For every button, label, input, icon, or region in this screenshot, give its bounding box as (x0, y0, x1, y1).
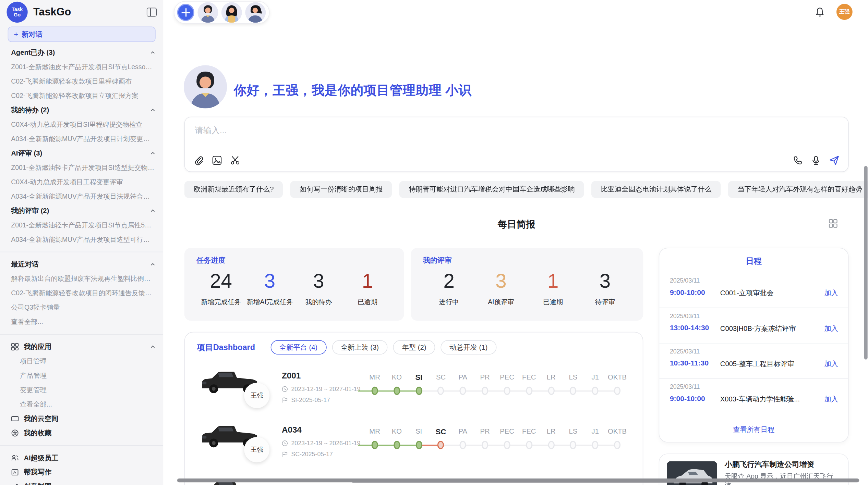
chevron-up-icon[interactable] (150, 344, 156, 349)
microphone-icon[interactable] (811, 156, 821, 165)
agent-avatar-2[interactable] (221, 2, 242, 23)
scissors-icon[interactable] (230, 156, 240, 165)
sidebar-item[interactable]: C02-飞腾新能源轻客改款项目立项汇报方案 (11, 88, 155, 103)
suggestion-chip[interactable]: 当下年轻人对汽车外观有怎样的喜好趋势 (728, 181, 868, 198)
flag-icon (282, 397, 288, 403)
people-icon (11, 454, 19, 462)
schedule-item: 2025/03/11 10:30-11:30 C005-整车工程目标评审 加入 (659, 344, 848, 379)
recent-chat-item[interactable]: 公司Q3轻卡销量 (11, 300, 155, 315)
phone-icon[interactable] (793, 156, 803, 165)
card-title: 任务进度 (196, 256, 392, 265)
suggestion-chip[interactable]: 比亚迪全固态电池计划具体说了什么 (591, 181, 721, 198)
filter-chip-powertrain[interactable]: 动总开发 (1) (441, 340, 496, 355)
attachment-icon[interactable] (194, 156, 204, 165)
chevron-up-icon[interactable] (150, 150, 156, 156)
app-item-project-mgmt[interactable]: 项目管理 (11, 354, 155, 368)
chevron-up-icon[interactable] (150, 208, 156, 213)
dashboard-title: 项目Dashboard (197, 342, 255, 353)
section-recent-chats[interactable]: 最近对话 (11, 257, 155, 272)
chevron-up-icon[interactable] (150, 50, 156, 55)
sidebar-item-creative-draw[interactable]: 创意制图 (11, 480, 155, 485)
schedule-event-title: C005-整车工程目标评审 (720, 360, 794, 369)
sidebar-item[interactable]: A034-全新新能源MUV产品开发项目法规符合性评审 (11, 189, 155, 203)
send-icon[interactable] (829, 156, 839, 165)
view-all-chats-link[interactable]: 查看全部... (11, 315, 155, 329)
section-my-apps[interactable]: 我的应用 (11, 339, 155, 354)
user-avatar[interactable]: 王强 (836, 4, 853, 20)
stat: 1已逾期 (343, 269, 392, 307)
schedule-date: 2025/03/11 (670, 312, 700, 319)
sidebar-item[interactable]: Z001-全新燃油轻卡产品开发项目SI节点属性5D文件评审 (11, 218, 155, 232)
suggestion-chip[interactable]: 特朗普可能对进口汽车增税会对中国车企造成哪些影响 (399, 181, 584, 198)
layout-grid-icon[interactable] (829, 219, 837, 228)
join-link[interactable]: 加入 (824, 289, 838, 298)
schedule-time: 9:00-10:00 (670, 288, 705, 296)
suggestion-chips: 欧洲新规最近颁布了什么? 如何写一份清晰的项目周报 特朗普可能对进口汽车增税会对… (184, 181, 849, 198)
image-icon[interactable] (212, 156, 222, 165)
sidebar-item[interactable]: A034-全新新能源MUV产品开发项目计划变更表编写 (11, 132, 155, 146)
add-agent-button[interactable] (177, 4, 194, 21)
join-link[interactable]: 加入 (824, 395, 838, 404)
app-item-product-mgmt[interactable]: 产品管理 (11, 368, 155, 383)
agent-avatar-3[interactable] (245, 2, 266, 23)
project-row[interactable]: 王强 Z001 2023-12-19 ~ 2027-01-19 SI-2025-… (185, 365, 644, 420)
vertical-scrollbar[interactable] (864, 166, 868, 359)
stat: 24新增完成任务 (196, 269, 245, 307)
sidebar-item[interactable]: A034-全新新能源MUV产品开发项目造型可行性评审 (11, 232, 155, 247)
recent-chat-item[interactable]: 解释最新出台的欧盟报废车法规再生塑料比例被调至15%... (11, 272, 155, 286)
sidebar-item-favorites[interactable]: 我的收藏 (11, 426, 155, 440)
sidebar-item[interactable]: Z001-全新燃油轻卡产品开发项目SI造型提交物评审 (11, 160, 155, 175)
sidebar-item[interactable]: Z001-全新燃油皮卡产品开发项目SI节点Lesson Learn报告 (11, 60, 155, 74)
card-title: 我的评审 (423, 256, 631, 265)
sidebar-item-help-write[interactable]: 帮我写作 (11, 465, 155, 480)
suggestion-chip[interactable]: 欧洲新规最近颁布了什么? (184, 181, 283, 198)
recent-chat-item[interactable]: C02-飞腾新能源轻客改款项目的闭环通告反馈情况 (11, 286, 155, 300)
chevron-up-icon[interactable] (150, 262, 156, 267)
app-title: TaskGo (33, 6, 147, 18)
sidebar-item[interactable]: C0X4-动力总成开发项目SI里程碑提交物检查 (11, 117, 155, 132)
sidebar-header: Task Go TaskGo (0, 0, 163, 24)
section-ai-review[interactable]: AI评审 (3) (11, 146, 155, 160)
collapse-sidebar-icon[interactable] (147, 8, 157, 17)
greeting-text: 你好，王强，我是你的项目管理助理 小识 (233, 82, 471, 99)
filter-chip-upfit[interactable]: 全新上装 (3) (332, 340, 388, 355)
daily-brief-title: 每日简报 (184, 218, 849, 231)
notification-bell-icon[interactable] (816, 7, 824, 17)
schedule-time: 13:00-14:30 (670, 324, 709, 332)
join-link[interactable]: 加入 (824, 324, 838, 333)
stat: 1已逾期 (527, 269, 579, 307)
filter-chip-platform[interactable]: 全新平台 (4) (270, 340, 326, 355)
join-link[interactable]: 加入 (824, 360, 838, 369)
milestone-dots (364, 387, 628, 395)
suggestion-chip[interactable]: 如何写一份清晰的项目周报 (290, 181, 392, 198)
sidebar-item[interactable]: C0X4-动力总成开发项目工程变更评审 (11, 175, 155, 189)
app-item-change-mgmt[interactable]: 变更管理 (11, 383, 155, 397)
news-title: 小鹏飞行汽车制造公司增资 (725, 459, 842, 470)
filter-chip-year-model[interactable]: 年型 (2) (393, 340, 435, 355)
stat: 3我的待办 (294, 269, 343, 307)
assistant-avatar (184, 65, 227, 109)
schedule-title: 日程 (659, 256, 848, 267)
schedule-item: 2025/03/11 13:00-14:30 C003|H0B-方案冻结评审 加… (659, 308, 848, 343)
view-all-apps-link[interactable]: 查看全部... (11, 397, 155, 411)
new-chat-button[interactable]: + 新对话 (8, 27, 156, 42)
grid-icon (11, 343, 19, 351)
view-all-schedule-link[interactable]: 查看所有日程 (659, 425, 848, 435)
horizontal-scrollbar[interactable] (177, 478, 859, 482)
clock-icon (282, 440, 288, 446)
sidebar-item[interactable]: C02-飞腾新能源轻客改款项目里程碑画布 (11, 74, 155, 88)
sidebar-item-ai-super-staff[interactable]: AI超级员工 (11, 451, 155, 465)
section-my-todo[interactable]: 我的待办 (2) (11, 103, 155, 117)
my-review-card: 我的评审 2进行中 3AI预评审 1已逾期 3待评审 (411, 248, 643, 321)
star-badge-icon (11, 429, 19, 437)
divider (0, 445, 163, 446)
project-row[interactable]: 王强 A034 2023-12-19 ~ 2026-01-19 SC-2025-… (185, 420, 644, 474)
clock-icon (282, 386, 288, 392)
chat-input[interactable] (194, 125, 694, 136)
section-my-review[interactable]: 我的评审 (2) (11, 203, 155, 218)
section-agent-done[interactable]: Agent已办 (3) (11, 45, 155, 60)
cloud-space-icon (11, 415, 19, 423)
chevron-up-icon[interactable] (150, 107, 156, 113)
sidebar-item-cloud-space[interactable]: 我的云空间 (11, 411, 155, 426)
agent-avatar-1[interactable] (197, 2, 218, 23)
